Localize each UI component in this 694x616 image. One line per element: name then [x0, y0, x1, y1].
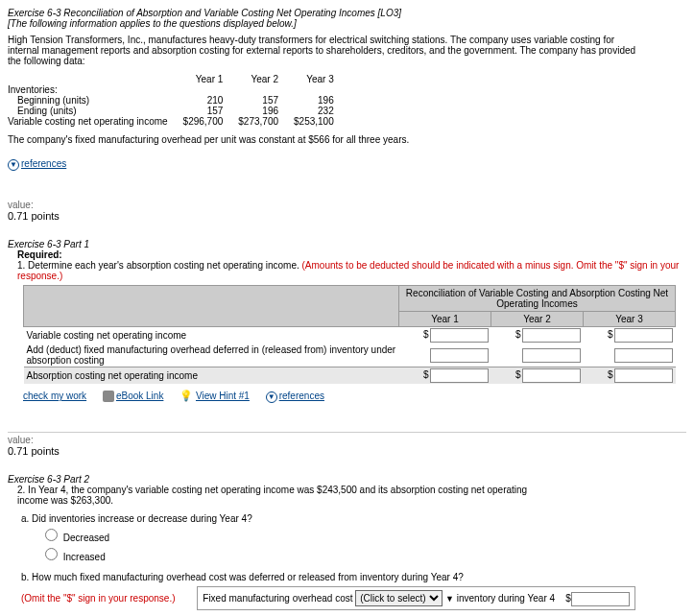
recon-year3: Year 3 [584, 312, 676, 327]
intro-paragraph: High Tension Transformers, Inc., manufac… [8, 35, 641, 66]
input-y3-r1[interactable] [614, 328, 673, 343]
references-link[interactable]: ▼references [8, 158, 66, 169]
recon-row1: Variable costing net operating income [24, 327, 399, 344]
value-label-2: value: [8, 435, 686, 445]
recon-row2: Add (deduct) fixed manufacturing overhea… [24, 344, 399, 367]
th-blank [8, 74, 176, 84]
ebook-link[interactable]: eBook Link [116, 391, 163, 401]
label-decreased: Decreased [63, 533, 109, 543]
part1-heading: Exercise 6-3 Part 1 [8, 239, 686, 249]
exercise-title: Exercise 6-3 Reconciliation of Absorptio… [8, 8, 641, 18]
th-year2: Year 2 [230, 74, 286, 84]
arrow-down-icon: ▼ [266, 391, 277, 403]
row-var-noi: Variable costing net operating income [8, 116, 176, 127]
q2a-text: a. Did inventories increase or decrease … [21, 513, 252, 524]
data-table: Year 1 Year 2 Year 3 Inventories: Beginn… [8, 74, 342, 127]
references-link-2[interactable]: ▼references [266, 391, 324, 401]
reconciliation-table: Reconciliation of Variable Costing and A… [23, 285, 676, 384]
input-y1-r2[interactable] [430, 348, 489, 363]
input-y2-r3[interactable] [522, 368, 581, 383]
exercise-subtitle: [The following information applies to th… [8, 18, 641, 29]
th-year3: Year 3 [286, 74, 342, 84]
hint-icon: 💡 [179, 390, 193, 401]
part2-heading: Exercise 6-3 Part 2 [8, 474, 686, 485]
view-hint-link[interactable]: View Hint #1 [196, 391, 250, 401]
recon-title: Reconciliation of Variable Costing and A… [399, 286, 676, 312]
row-ending: Ending (units) [8, 106, 77, 116]
arrow-down-icon: ▼ [8, 159, 19, 171]
recon-year1: Year 1 [399, 312, 491, 327]
overhead-note: The company's fixed manufacturing overhe… [8, 134, 641, 145]
answer-prefix: Fixed manufacturing overhead cost [203, 593, 352, 604]
input-y3-r2[interactable] [614, 348, 673, 363]
points-value-2: 0.71 points [8, 445, 686, 457]
recon-row3: Absorption costing net operating income [24, 367, 399, 385]
ebook-icon [103, 391, 114, 402]
q2-text: 2. In Year 4, the company's variable cos… [17, 485, 527, 506]
separator [8, 432, 686, 433]
th-year1: Year 1 [176, 74, 231, 84]
points-value: 0.71 points [8, 210, 686, 222]
answer-suffix: inventory during Year 4 [457, 593, 555, 604]
row-inventories: Inventories: [8, 84, 176, 95]
input-y1-r3[interactable] [430, 368, 489, 383]
input-y3-r3[interactable] [614, 368, 673, 383]
toolbar: check my work eBook Link 💡 View Hint #1 … [23, 390, 686, 403]
radio-increased[interactable] [45, 548, 58, 560]
input-y2-r2[interactable] [522, 348, 581, 363]
required-label: Required: [17, 249, 62, 260]
radio-decreased[interactable] [45, 529, 58, 541]
recon-year2: Year 2 [491, 312, 584, 327]
row-beginning: Beginning (units) [8, 95, 89, 106]
deferred-released-select[interactable]: (Click to select) [355, 590, 443, 606]
q2b-instruction: (Omit the "$" sign in your response.) [21, 593, 176, 604]
chevron-down-icon: ▼ [445, 594, 454, 604]
input-q2b-amount[interactable] [571, 592, 630, 606]
q2b-answer-box: Fixed manufacturing overhead cost (Click… [197, 586, 634, 610]
q1-text: 1. Determine each year's absorption cost… [17, 260, 299, 271]
value-label: value: [8, 200, 686, 210]
input-y1-r1[interactable] [430, 328, 489, 343]
label-increased: Increased [63, 552, 106, 562]
q2b-text: b. How much fixed manufacturing overhead… [21, 572, 464, 582]
check-my-work-link[interactable]: check my work [23, 391, 86, 401]
input-y2-r1[interactable] [522, 328, 581, 343]
